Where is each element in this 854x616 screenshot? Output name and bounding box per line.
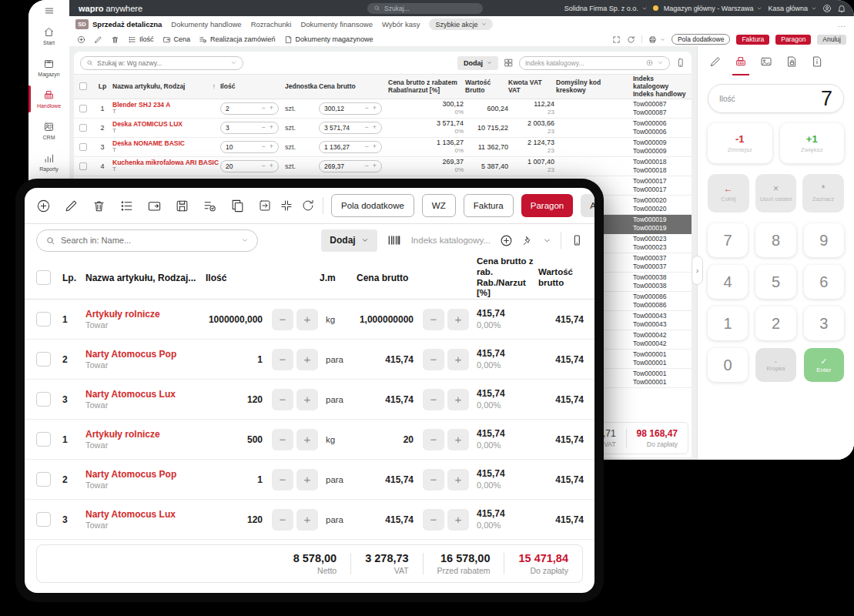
row-checkbox[interactable] [36,512,51,527]
panel-tab-image[interactable] [760,55,772,68]
print-button[interactable] [648,35,665,44]
orders-button[interactable] [203,199,217,213]
row-checkbox[interactable] [36,392,51,407]
key-9[interactable]: 9 [804,223,844,257]
row-checkbox[interactable] [79,162,87,170]
row-name[interactable]: Narty Atomocus Lux [85,509,176,521]
global-search-input[interactable]: Szukaj... [367,3,483,14]
tab-dokumenty-finansowe[interactable]: Dokumenty finansowe [300,20,372,28]
sidebar-item-crm[interactable]: CRM [28,121,69,140]
price-button[interactable]: Cena [162,35,191,44]
row-name[interactable]: Kuchenka mikrofalowa ARI BASIC [112,159,219,166]
sidebar-item-handlowe[interactable]: Handlowe [28,89,69,109]
row-checkbox[interactable] [36,472,51,487]
scanner-button[interactable] [675,58,685,68]
qty-stepper[interactable]: 2−+ [220,102,279,115]
row-name[interactable]: Narty Atomocus Pop [85,469,176,481]
panel-tab-doc-info[interactable] [811,55,823,68]
pin-button[interactable] [522,235,534,246]
more-button[interactable]: ... [838,20,846,28]
qty-minus-button[interactable]: − [272,389,293,410]
table-search-input[interactable]: Szukaj w: Wg nazwy... [80,56,243,70]
qty-plus-button[interactable]: + [270,143,273,150]
row-name[interactable]: Narty Atomocus Lux [85,389,176,401]
qty-plus-button[interactable]: + [296,389,318,410]
quantity-input[interactable]: Ilość 7 [708,84,844,113]
cancel-button[interactable]: Anuluj [817,35,846,45]
company-selector[interactable]: Solidna Firma Sp. z o.o. [564,5,648,12]
key-4[interactable]: 4 [708,265,748,299]
qty-stepper[interactable]: 10−+ [220,141,279,153]
row-checkbox[interactable] [36,312,51,326]
price-minus-button[interactable]: − [364,105,368,112]
scanner-button[interactable] [571,234,583,246]
col-name[interactable]: Nazwa artykułu, Rodzaj↑ [112,82,220,90]
price-stepper[interactable]: 3 571,74−+ [319,122,382,134]
collapse-button[interactable] [280,199,293,213]
barcode-button[interactable] [387,233,402,248]
qty-plus-button[interactable]: + [270,162,273,169]
price-plus-button[interactable]: + [373,162,377,169]
key-7[interactable]: 7 [708,223,748,257]
increase-button[interactable]: +1Zwiększ [780,123,845,163]
qty-plus-button[interactable]: + [296,309,318,330]
row-name[interactable]: Artykuły rolnicze [85,429,160,441]
qty-minus-button[interactable]: − [272,309,293,330]
index-options-button[interactable] [543,236,551,245]
quantity-button[interactable]: Ilość [128,35,154,44]
qty-minus-button[interactable]: − [272,469,293,490]
price-minus-button[interactable]: − [423,349,444,370]
refresh-button[interactable] [627,35,635,44]
qty-minus-button[interactable]: − [261,143,265,150]
menu-button[interactable] [44,5,55,16]
price-minus-button[interactable]: − [364,143,368,150]
refresh-button[interactable] [301,199,315,213]
grid-view-button[interactable] [504,58,514,68]
qty-minus-button[interactable]: − [261,162,265,169]
qty-minus-button[interactable]: − [261,124,265,131]
price-stepper[interactable]: 300,12−+ [319,102,382,115]
row-name[interactable]: Deska ATOMICUS LUX [112,120,183,128]
qty-minus-button[interactable]: − [261,105,265,112]
row-checkbox[interactable] [79,124,87,132]
receipt-button[interactable]: Paragon [775,35,811,45]
key-dot[interactable]: .Kropka [755,348,795,382]
row-checkbox[interactable] [79,143,87,151]
qty-plus-button[interactable]: + [270,124,273,131]
invoice-button[interactable]: Faktura [464,194,514,217]
price-plus-button[interactable]: + [447,469,469,490]
price-minus-button[interactable]: − [423,509,444,531]
extra-fields-button[interactable]: Pola dodatkowe [671,34,731,45]
qty-minus-button[interactable]: − [272,429,293,450]
edit-button[interactable] [94,35,102,44]
price-plus-button[interactable]: + [447,509,469,531]
tab-wybor-kasy[interactable]: Wybór kasy [382,20,420,28]
row-checkbox[interactable] [36,352,51,367]
key-2[interactable]: 2 [755,306,795,340]
user-button[interactable] [822,4,832,13]
qty-plus-button[interactable]: + [296,469,318,490]
tab-sprzedaz-detaliczna[interactable]: Sprzedaż detaliczna [92,20,162,28]
qty-minus-button[interactable]: − [272,509,293,531]
qty-stepper[interactable]: 3−+ [220,122,279,134]
quick-actions-button[interactable]: Szybkie akcje [429,18,492,30]
price-plus-button[interactable]: + [373,105,377,112]
cash-register-selector[interactable]: Kasa główna [768,5,817,12]
select-all-checkbox[interactable] [36,270,51,285]
qty-minus-button[interactable]: − [272,349,293,370]
key-enter[interactable]: ✓Enter [804,348,844,382]
qty-plus-button[interactable]: + [270,105,273,112]
tab-rozrachunki[interactable]: Rozrachunki [251,20,292,28]
select-all-checkbox[interactable] [79,82,87,90]
undo-button[interactable]: ←Cofnij [708,174,749,213]
panel-tab-register[interactable] [735,55,747,68]
price-stepper[interactable]: 1 136,27−+ [319,141,382,153]
key-0[interactable]: 0 [708,348,748,382]
save-button[interactable] [175,199,189,213]
add-button[interactable] [77,35,85,44]
qty-plus-button[interactable]: + [296,509,318,531]
key-5[interactable]: 5 [755,265,795,299]
sidebar-item-raporty[interactable]: Raporty [28,152,69,172]
extra-fields-button[interactable]: Pola dodatkowe [331,194,414,217]
search-input[interactable]: Search in: Name... [36,229,258,252]
